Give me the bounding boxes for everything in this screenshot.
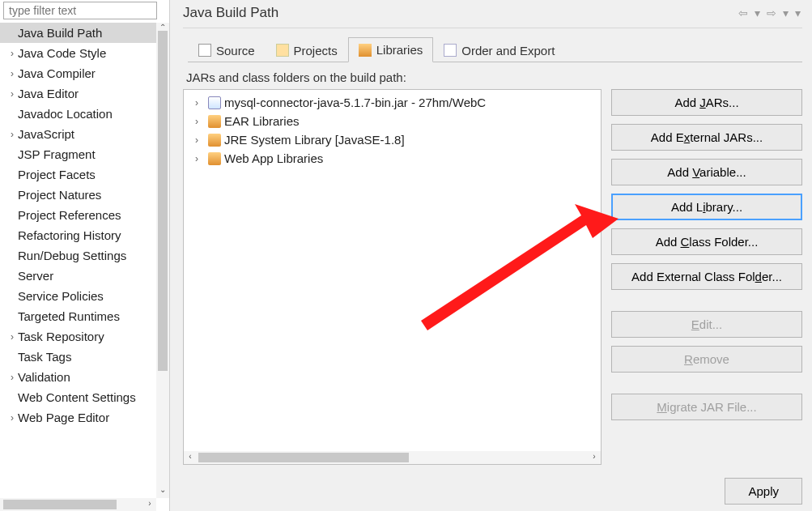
tab-label: Libraries (376, 43, 423, 57)
nav-arrows[interactable]: ⇦▾ ⇨▾ ▾ (737, 6, 802, 19)
sidebar-item-label: Java Compiler (18, 66, 96, 80)
tab-bar: SourceProjectsLibrariesOrder and Export (188, 36, 802, 62)
sidebar-item-label: Task Repository (18, 330, 104, 343)
tab-projects[interactable]: Projects (266, 37, 348, 62)
add-variable-button[interactable]: Add Variable... (611, 159, 802, 185)
sidebar-item-label: Service Policies (18, 289, 104, 303)
sidebar-item-label: Project Facets (18, 168, 96, 181)
sidebar-item[interactable]: ›Java Code Style (0, 43, 156, 63)
sidebar-item-label: Java Code Style (18, 46, 106, 60)
sidebar-item[interactable]: ›Java Editor (0, 83, 156, 104)
sidebar-item[interactable]: ›Java Compiler (0, 63, 156, 83)
library-label: Web App Libraries (224, 151, 323, 165)
sidebar-item[interactable]: ›Web Page Editor (0, 407, 156, 428)
chevron-right-icon[interactable]: › (6, 372, 18, 383)
libraries-pane[interactable]: ›mysql-connector-java-5.1.7-bin.jar - 27… (183, 89, 602, 465)
sidebar-item[interactable]: ›JavaScript (0, 124, 156, 144)
projects-icon (276, 44, 289, 57)
main-panel: Java Build Path ⇦▾ ⇨▾ ▾ SourceProjectsLi… (170, 0, 812, 511)
order-export-icon (444, 44, 457, 57)
sidebar-vscrollbar[interactable]: ⌃ ⌄ (156, 23, 169, 498)
add-external-jars-button[interactable]: Add External JARs... (611, 124, 802, 151)
remove-button: Remove (611, 346, 802, 373)
add-class-folder-button[interactable]: Add Class Folder... (611, 228, 802, 255)
chevron-right-icon[interactable]: › (6, 88, 18, 100)
add-library-button[interactable]: Add Library... (611, 194, 802, 220)
sidebar-item[interactable]: ›Javadoc Location (0, 104, 156, 124)
sidebar-item-label: Run/Debug Settings (18, 249, 126, 262)
chevron-right-icon[interactable]: › (195, 134, 205, 146)
library-label: mysql-connector-java-5.1.7-bin.jar - 27h… (224, 96, 486, 109)
sidebar-item-label: Javadoc Location (18, 107, 113, 121)
page-title: Java Build Path (183, 5, 278, 21)
sidebar-item-label: Targeted Runtimes (18, 309, 120, 323)
sidebar-item[interactable]: ›Java Build Path (0, 23, 156, 43)
sidebar-item[interactable]: ›Run/Debug Settings (0, 245, 156, 266)
sidebar-item[interactable]: ›Server (0, 266, 156, 286)
sidebar-hscrollbar[interactable]: ‹ › (0, 498, 156, 511)
migrate-button: Migrate JAR File... (611, 394, 802, 420)
sidebar-item[interactable]: ›Task Tags (0, 347, 156, 367)
tab-label: Projects (294, 44, 338, 57)
apply-button[interactable]: Apply (725, 478, 802, 505)
sidebar-item[interactable]: ›Validation (0, 367, 156, 387)
chevron-right-icon[interactable]: › (195, 153, 205, 164)
sidebar-item-label: Project References (18, 208, 121, 222)
chevron-right-icon[interactable]: › (195, 97, 205, 109)
back-icon[interactable]: ⇦ (737, 6, 750, 19)
sidebar-item[interactable]: ›Project References (0, 205, 156, 225)
sidebar-item[interactable]: ›Web Content Settings (0, 387, 156, 407)
tab-libraries[interactable]: Libraries (348, 37, 434, 62)
library-icon (208, 134, 221, 147)
library-item[interactable]: ›EAR Libraries (184, 112, 601, 130)
chevron-right-icon[interactable]: › (6, 48, 18, 59)
sidebar-item-label: Project Natures (18, 188, 101, 202)
forward-icon[interactable]: ⇨ (765, 6, 778, 19)
tab-source[interactable]: Source (188, 37, 266, 62)
add-jars-button[interactable]: Add JARs... (611, 89, 802, 116)
sidebar-item[interactable]: ›Project Natures (0, 185, 156, 205)
subtitle: JARs and class folders on the build path… (186, 70, 799, 84)
sidebar-item-label: Validation (18, 370, 70, 384)
sidebar-item[interactable]: ›Refactoring History (0, 225, 156, 245)
sidebar-item-label: Java Build Path (18, 26, 102, 40)
source-icon (198, 44, 211, 57)
sidebar-item-label: Refactoring History (18, 228, 121, 242)
jar-icon (208, 96, 221, 109)
tab-label: Order and Export (461, 44, 555, 57)
chevron-right-icon[interactable]: › (6, 68, 18, 79)
sidebar-item-label: Server (18, 269, 53, 283)
libraries-icon (359, 44, 372, 57)
library-label: EAR Libraries (224, 114, 300, 128)
libraries-tree: ›mysql-connector-java-5.1.7-bin.jar - 27… (184, 90, 601, 451)
library-icon (208, 152, 221, 165)
nav-tree: ›Java Build Path›Java Code Style›Java Co… (0, 23, 156, 498)
sidebar-item-label: Web Page Editor (18, 411, 109, 424)
sidebar-item[interactable]: ›Service Policies (0, 286, 156, 306)
tab-order-and-export[interactable]: Order and Export (433, 37, 565, 62)
sidebar-item-label: Web Content Settings (18, 390, 136, 404)
button-column: Add JARs... Add External JARs... Add Var… (611, 89, 802, 465)
sidebar-item[interactable]: ›Targeted Runtimes (0, 306, 156, 326)
library-label: JRE System Library [JavaSE-1.8] (224, 133, 405, 147)
sidebar-item-label: Java Editor (18, 87, 79, 100)
sidebar-item-label: JSP Fragment (18, 147, 96, 161)
library-item[interactable]: ›Web App Libraries (184, 149, 601, 168)
filter-input[interactable] (3, 2, 157, 19)
sidebar-item[interactable]: ›JSP Fragment (0, 144, 156, 164)
sidebar: ›Java Build Path›Java Code Style›Java Co… (0, 0, 170, 511)
chevron-right-icon[interactable]: › (6, 331, 18, 343)
sidebar-item[interactable]: ›Task Repository (0, 326, 156, 347)
library-icon (208, 115, 221, 128)
add-external-class-folder-button[interactable]: Add External Class Folder... (611, 263, 802, 290)
edit-button: Edit... (611, 311, 802, 338)
library-item[interactable]: ›mysql-connector-java-5.1.7-bin.jar - 27… (184, 93, 601, 112)
sidebar-item-label: Task Tags (18, 350, 71, 364)
chevron-right-icon[interactable]: › (6, 412, 18, 424)
chevron-right-icon[interactable]: › (195, 116, 205, 127)
libraries-hscrollbar[interactable]: ‹ › (184, 451, 601, 464)
library-item[interactable]: ›JRE System Library [JavaSE-1.8] (184, 130, 601, 149)
sidebar-item-label: JavaScript (18, 127, 74, 141)
chevron-right-icon[interactable]: › (6, 129, 18, 140)
sidebar-item[interactable]: ›Project Facets (0, 164, 156, 185)
